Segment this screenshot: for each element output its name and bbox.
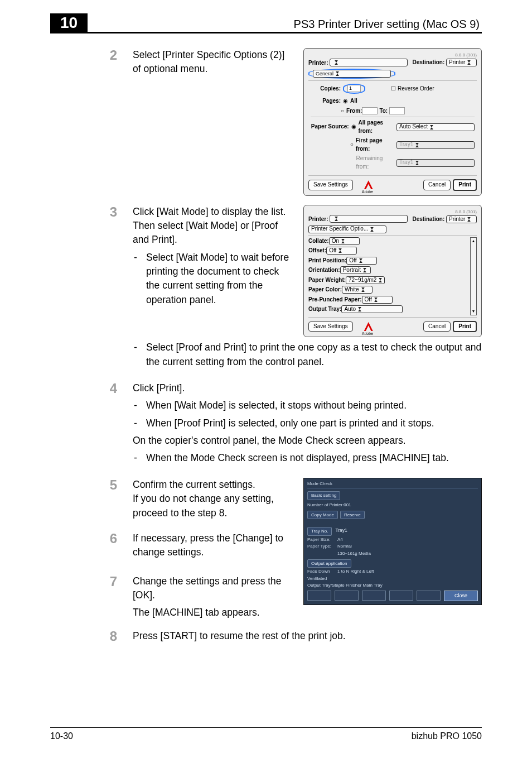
paper-color-combo[interactable]: White [342, 286, 373, 294]
pages-to-input[interactable] [389, 107, 405, 114]
all-pages-combo[interactable]: Auto Select [396, 123, 475, 131]
offset-combo[interactable]: Off [326, 247, 357, 255]
step-4-dash2: When [Proof Print] is selected, only one… [146, 416, 482, 430]
prepunch-label: Pre-Punched Paper: [308, 296, 362, 304]
paper-weight-combo[interactable]: 72~91g/m2 [346, 276, 385, 284]
output-tray-combo[interactable]: Auto [341, 305, 403, 313]
pages-all-radio[interactable]: All [343, 97, 357, 105]
chapter-number: 10 [50, 13, 88, 33]
collate-label: Collate: [308, 237, 329, 246]
step-number: 6 [50, 531, 133, 560]
step-3-dash1: Select [Wait Mode] to wait before printi… [146, 251, 294, 308]
adobe-icon: Adobe [364, 322, 373, 331]
machine-footer-button[interactable] [307, 591, 331, 601]
step-2-text: Select [Printer Specific Options (2)] of… [133, 48, 294, 76]
all-pages-radio[interactable] [351, 123, 359, 131]
printpos-label: Print Position: [308, 257, 346, 265]
face-down-label: Face Down [307, 568, 334, 575]
pages-label: Pages: [311, 97, 343, 105]
step-7-text1: Change the settings and press the [OK]. [133, 574, 294, 603]
page-footer: 10-30 bizhub PRO 1050 [50, 727, 482, 741]
step-4: 4 Click [Print]. -When [Wait Mode] is se… [50, 381, 482, 469]
printpos-combo[interactable]: Off [346, 257, 377, 265]
destination-combo[interactable]: Printer [446, 215, 477, 223]
footer-product: bizhub PRO 1050 [412, 731, 482, 741]
page-title: PS3 Printer Driver setting (Mac OS 9) [88, 18, 482, 32]
printer-label: Printer: [308, 60, 328, 66]
dash-icon: - [133, 451, 146, 465]
reverse-order-checkbox[interactable]: Reverse Order [391, 85, 434, 93]
pages-range-radio[interactable]: From: [341, 107, 362, 116]
destination-label: Destination: [412, 216, 444, 222]
dash-icon: - [133, 399, 146, 412]
output-tray-info: Output Tray/Staple Finisher Main Tray [307, 582, 383, 589]
step-5-text: Confirm the current settings. If you do … [133, 478, 294, 520]
step-8: 8 Press [START] to resume the rest of th… [50, 629, 482, 644]
paper-weight-label: Paper Weight: [308, 276, 346, 285]
number-of-printer: Number of Printer:001 [307, 502, 478, 508]
paper-type-label: Paper Type: [307, 543, 334, 550]
copy-mode-button[interactable]: Copy Mode [307, 511, 338, 520]
tab-combo[interactable]: Printer Specific Optio... [308, 226, 386, 233]
pages-from-input[interactable] [362, 107, 378, 114]
cancel-button[interactable]: Cancel [423, 322, 451, 332]
step-number: 2 [50, 48, 133, 196]
first-page-combo[interactable]: Tray1 [396, 141, 475, 149]
face-down-value: 1 to N Right & Left [337, 568, 374, 575]
step-number: 7 [50, 574, 133, 620]
collate-combo[interactable]: On [329, 237, 360, 245]
copies-ring: 1 [343, 84, 365, 94]
paper-color-label: Paper Color: [308, 286, 342, 294]
paper-source-label: Paper Source: [311, 123, 351, 131]
first-page-from-label: First page from: [356, 137, 393, 153]
step-number: 8 [50, 629, 133, 644]
adobe-icon: Adobe [364, 180, 373, 189]
step-number: 4 [50, 381, 133, 469]
machine-mode-check-panel: Mode Check Basic setting Number of Print… [303, 478, 482, 605]
step-8-text: Press [START] to resume the rest of the … [133, 629, 482, 644]
save-settings-button[interactable]: Save Settings [308, 180, 353, 190]
printer-combo[interactable] [330, 59, 408, 66]
dash-icon: - [133, 340, 146, 369]
cancel-button[interactable]: Cancel [423, 180, 451, 190]
machine-close-button[interactable]: Close [444, 591, 478, 601]
step-4-dash1: When [Wait Mode] is selected, it stops w… [146, 399, 482, 412]
save-settings-button[interactable]: Save Settings [308, 322, 353, 332]
step-4-intro: Click [Print]. [133, 381, 482, 395]
tray-no-button[interactable]: Tray No. [307, 527, 332, 536]
print-button[interactable]: Print [453, 321, 477, 333]
remaining-combo[interactable]: Tray1 [396, 159, 475, 167]
basic-setting-tab[interactable]: Basic setting [307, 491, 340, 500]
step-5-6-7-block: 5 Confirm the current settings. If you d… [50, 478, 482, 620]
paper-size-value: A4 [337, 536, 343, 543]
first-page-radio[interactable] [350, 141, 356, 149]
machine-footer-button[interactable] [362, 591, 386, 601]
general-tab-combo[interactable]: General [313, 70, 391, 78]
destination-label: Destination: [412, 59, 444, 65]
page-header: 10 PS3 Printer Driver setting (Mac OS 9) [50, 13, 482, 33]
step-3-dash2: Select [Proof and Print] to print the on… [146, 340, 482, 369]
paper-size-label: Paper Size: [307, 536, 334, 543]
print-dialog-specific: 8.8.0 (301) Printer: Destination: Printe… [303, 205, 482, 338]
copies-input[interactable]: 1 [347, 85, 361, 92]
step-4-dash3: When the Mode Check screen is not displa… [146, 451, 482, 465]
orientation-combo[interactable]: Portrait [340, 266, 371, 274]
step-6-text: If necessary, press the [Change] to chan… [133, 531, 294, 560]
machine-footer-button[interactable] [389, 591, 413, 601]
print-button[interactable]: Print [453, 179, 477, 191]
step-2: 2 Select [Printer Specific Options (2)] … [50, 48, 482, 196]
reserve-button[interactable]: Reserve [340, 511, 365, 520]
machine-footer-button[interactable] [417, 591, 441, 601]
general-tab-ring: General [308, 69, 395, 79]
printer-combo[interactable] [330, 215, 408, 223]
scrollbar[interactable]: ▲▼ [470, 237, 477, 315]
output-application-button[interactable]: Output application [307, 559, 351, 568]
dash-icon: - [133, 251, 146, 308]
step-3-intro: Click [Wait Mode] to display the list. T… [133, 205, 294, 247]
step-3: 3 Click [Wait Mode] to display the list.… [50, 205, 482, 372]
step-number: 3 [50, 205, 133, 372]
machine-footer-button[interactable] [335, 591, 359, 601]
dialog-version: 8.8.0 (301) [308, 52, 477, 59]
prepunch-combo[interactable]: Off [362, 296, 393, 304]
destination-combo[interactable]: Printer [446, 59, 477, 66]
